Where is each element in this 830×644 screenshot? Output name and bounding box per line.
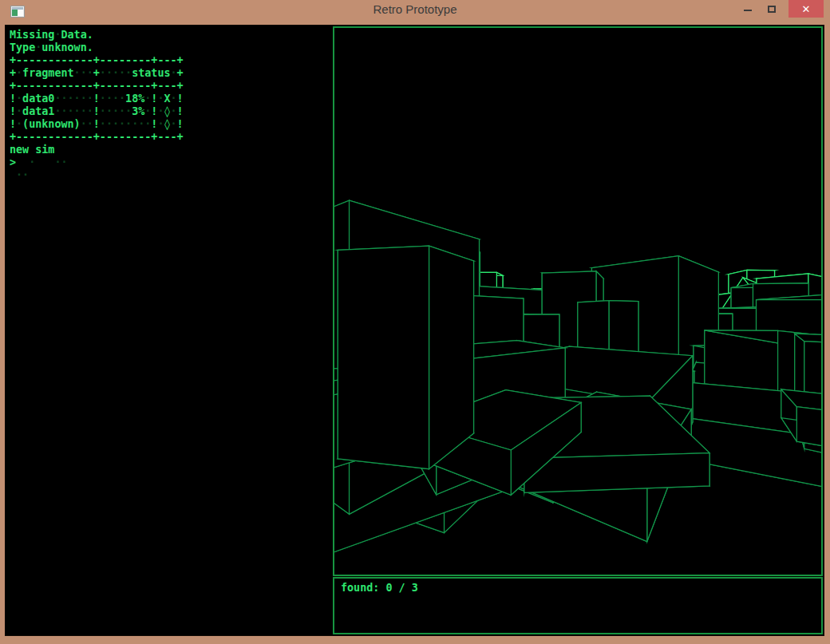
terminal-text: Missing Data. Type unknown. +-----------… — [10, 29, 184, 169]
command-prompt[interactable]: > — [10, 156, 184, 169]
found-counter: found: 0 / 3 — [334, 579, 821, 595]
minimize-icon — [744, 10, 752, 11]
terminal-output: Missing Data. Type unknown. +-----------… — [10, 29, 184, 144]
new-sim-command[interactable]: new sim — [10, 144, 184, 156]
client-area: · · · ··· ····· · · ······ ···· · · · · … — [5, 25, 824, 636]
wireframe-canvas[interactable] — [334, 28, 821, 575]
maximize-icon — [768, 6, 776, 13]
found-panel: found: 0 / 3 — [333, 577, 823, 634]
viewport-3d — [333, 26, 823, 576]
app-window: Retro Prototype ✕ · · · ··· ····· · — [0, 0, 830, 644]
close-icon: ✕ — [802, 3, 811, 15]
window-controls: ✕ — [736, 0, 824, 18]
titlebar[interactable]: Retro Prototype ✕ — [0, 0, 830, 25]
window-title: Retro Prototype — [0, 0, 830, 18]
terminal-panel: · · · ··· ····· · · ······ ···· · · · · … — [10, 29, 329, 220]
maximize-button[interactable] — [760, 0, 784, 18]
minimize-button[interactable] — [736, 0, 760, 18]
close-button[interactable]: ✕ — [788, 0, 824, 18]
